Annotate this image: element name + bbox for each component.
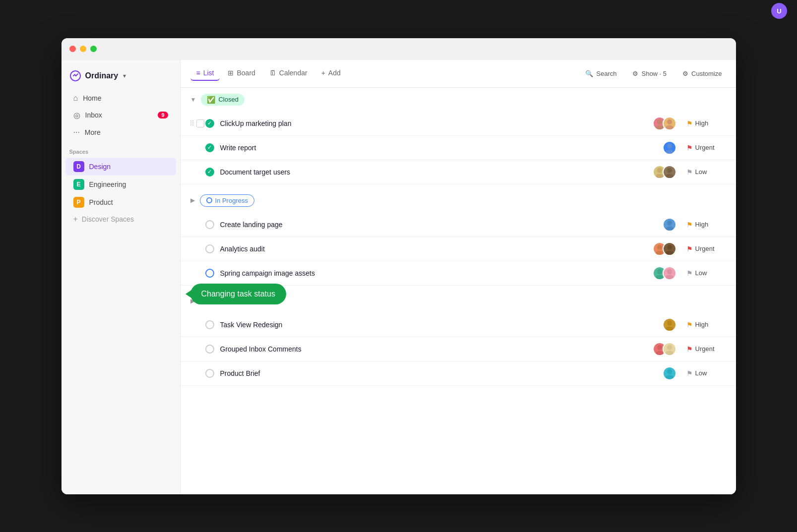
design-space-label: Design (89, 163, 111, 171)
task-row[interactable]: Task View Redesign ⚑ High (181, 313, 736, 337)
priority-flag-icon: ⚑ (686, 119, 693, 127)
priority-flag-icon: ⚑ (686, 269, 693, 277)
close-button[interactable] (69, 46, 76, 52)
avatar (663, 318, 676, 332)
in-progress-chevron-icon: ▶ (190, 197, 195, 204)
task-row[interactable]: Grouped Inbox Comments ⚑ Urgent (181, 337, 736, 361)
task-row[interactable]: ✓ Write report ⚑ Urgent (181, 136, 736, 160)
tab-add[interactable]: + Add (315, 66, 347, 81)
avatar (663, 218, 676, 232)
sidebar-item-design[interactable]: D Design (65, 158, 176, 176)
priority-label: Urgent (695, 144, 715, 151)
design-space-icon: D (73, 161, 84, 172)
task-status-icon[interactable] (205, 244, 214, 253)
avatar (663, 342, 676, 356)
task-assignees (663, 218, 676, 232)
discover-spaces-button[interactable]: + Discover Spaces (65, 211, 176, 227)
brand-chevron-icon: ▾ (123, 72, 126, 79)
search-button[interactable]: 🔍 Search (581, 68, 620, 79)
priority-flag-icon: ⚑ (686, 221, 693, 229)
priority-flag-icon: ⚑ (686, 369, 693, 377)
add-tab-icon: + (321, 69, 325, 77)
discover-spaces-plus-icon: + (73, 215, 78, 224)
task-name: Document target users (220, 168, 647, 176)
task-assignees (653, 242, 676, 256)
group-header-closed[interactable]: ▼ ✅ Closed (181, 88, 736, 112)
svg-point-19 (667, 269, 672, 274)
sidebar-header[interactable]: Ordinary ▾ (61, 66, 180, 90)
svg-point-27 (667, 369, 672, 374)
svg-point-12 (666, 226, 673, 231)
task-priority: ⚑ Low (686, 369, 726, 377)
sidebar-item-home[interactable]: ⌂ Home (65, 90, 176, 107)
priority-label: Urgent (695, 245, 715, 252)
task-status-icon[interactable]: ✓ (205, 168, 214, 177)
task-assignees (663, 318, 676, 332)
brand-name: Ordinary (85, 71, 119, 80)
svg-point-11 (667, 220, 672, 225)
task-name: Grouped Inbox Comments (220, 345, 647, 353)
task-checkbox-square[interactable] (196, 119, 204, 127)
task-priority: ⚑ Urgent (686, 144, 726, 152)
task-row[interactable]: ✓ Document target users ⚑ Low (181, 160, 736, 184)
task-status-icon[interactable]: ✓ (205, 143, 214, 152)
task-status-icon[interactable] (205, 220, 214, 229)
maximize-button[interactable] (90, 46, 97, 52)
sidebar-item-product[interactable]: P Product (65, 193, 176, 211)
sidebar: Ordinary ▾ ⌂ Home ◎ Inbox 9 ··· More Spa… (61, 60, 181, 494)
customize-button[interactable]: ⚙ Customize (678, 68, 726, 79)
svg-point-10 (666, 174, 673, 178)
priority-flag-icon: ⚑ (686, 345, 693, 353)
sidebar-item-engineering[interactable]: E Engineering (65, 176, 176, 193)
show-button[interactable]: ⚙ Show · 5 (628, 68, 671, 79)
tooltip-text: Changing task status (201, 290, 275, 298)
task-status-icon[interactable]: ✓ (205, 119, 214, 128)
changing-task-status-tooltip: Changing task status (190, 284, 286, 304)
sidebar-item-more[interactable]: ··· More (65, 124, 176, 141)
svg-point-13 (657, 244, 662, 249)
svg-point-25 (667, 345, 672, 350)
priority-label: Low (695, 269, 707, 277)
svg-point-15 (667, 244, 672, 249)
inbox-badge: 9 (158, 112, 168, 118)
task-row[interactable]: ⠿ ✓ ClickUp marketing plan ⚑ (181, 112, 736, 136)
svg-point-4 (666, 125, 673, 130)
task-assignees (663, 366, 676, 380)
task-name: Product Brief (220, 369, 657, 377)
inbox-icon: ◎ (73, 111, 80, 120)
board-tab-icon: ⊞ (228, 69, 234, 77)
svg-point-14 (656, 250, 663, 255)
priority-label: Low (695, 369, 707, 377)
board-tab-label: Board (237, 69, 255, 77)
task-row[interactable]: Create landing page ⚑ High (181, 213, 736, 237)
list-tab-label: List (203, 69, 214, 77)
task-row-with-tooltip[interactable]: Spring campaign image assets ⚑ Low (181, 261, 736, 286)
tab-list[interactable]: ≡ List (190, 66, 220, 81)
sidebar-item-inbox[interactable]: ◎ Inbox 9 (65, 107, 176, 124)
group-header-in-progress[interactable]: ▶ In Progress (181, 188, 736, 213)
show-icon: ⚙ (632, 70, 638, 77)
svg-point-5 (667, 143, 672, 148)
status-badge-closed: ✅ Closed (201, 94, 244, 106)
task-status-icon[interactable] (205, 369, 214, 378)
avatar (663, 117, 676, 130)
home-label: Home (83, 94, 101, 102)
task-assignees (663, 141, 676, 155)
task-status-icon[interactable] (205, 269, 214, 278)
task-name: ClickUp marketing plan (220, 119, 647, 127)
task-row[interactable]: Analytics audit ⚑ Urgent (181, 237, 736, 261)
priority-label: High (695, 321, 709, 328)
more-icon: ··· (73, 128, 80, 137)
status-badge-in-progress: In Progress (200, 194, 254, 207)
task-assignees (653, 117, 676, 130)
task-status-icon[interactable] (205, 345, 214, 354)
task-name: Create landing page (220, 221, 657, 229)
tab-board[interactable]: ⊞ Board (222, 66, 261, 81)
task-status-icon[interactable] (205, 320, 214, 329)
task-row[interactable]: Product Brief ⚑ Low (181, 361, 736, 386)
task-priority: ⚑ High (686, 221, 726, 229)
task-list: ▼ ✅ Closed ⠿ ✓ ClickUp marketing plan (181, 88, 736, 494)
minimize-button[interactable] (80, 46, 86, 52)
tab-calendar[interactable]: 🗓 Calendar (263, 66, 313, 81)
closed-check-icon: ✅ (207, 96, 215, 104)
